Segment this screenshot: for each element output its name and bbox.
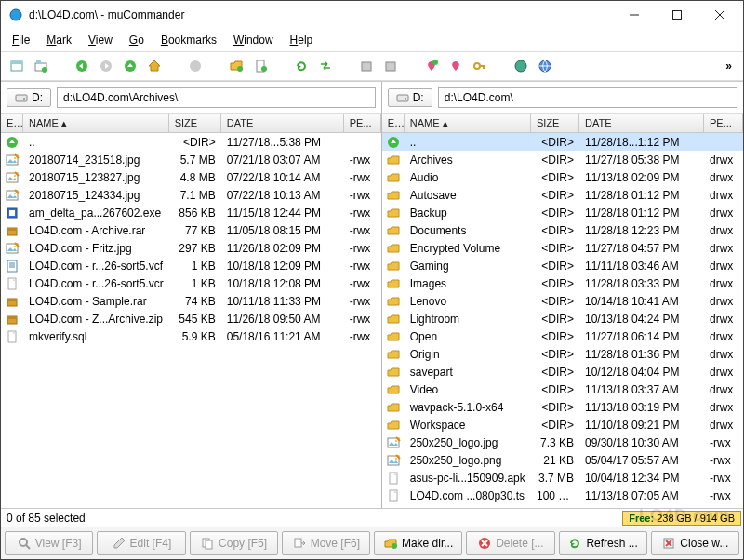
table-row[interactable]: Audio<DIR>11/13/18 02:09 PMdrwx: [382, 168, 743, 186]
new-tab-icon[interactable]: [31, 56, 51, 76]
table-row[interactable]: Encrypted Volume<DIR>11/27/18 04:57 PMdr…: [382, 239, 743, 257]
fn-move-button[interactable]: Move [F6]: [282, 531, 370, 555]
refresh-icon[interactable]: [291, 56, 312, 76]
remote-icon[interactable]: [511, 56, 531, 76]
left-header-1[interactable]: NAME ▴: [23, 114, 169, 132]
fn-delete-button[interactable]: Delete [...: [466, 531, 554, 555]
table-row[interactable]: 250x250_logo.png21 KB05/04/17 05:57 AM-r…: [382, 451, 743, 469]
table-row[interactable]: Autosave<DIR>11/28/18 01:12 PMdrwx: [382, 186, 743, 204]
maximize-button[interactable]: [656, 1, 698, 29]
right-path-input[interactable]: [438, 87, 737, 108]
menu-view[interactable]: View: [81, 31, 120, 49]
fn-mkdir-button[interactable]: Make dir...: [374, 531, 462, 555]
left-path-input[interactable]: [57, 87, 376, 108]
left-header-2[interactable]: SIZE: [169, 114, 221, 132]
new-folder-icon[interactable]: [226, 56, 246, 76]
table-row[interactable]: LO4D.com - r...26-sort5.vcf1 KB10/18/18 …: [1, 257, 381, 274]
fn-edit-button[interactable]: Edit [F4]: [97, 531, 185, 555]
swap-icon[interactable]: [315, 56, 336, 76]
go-forward-icon[interactable]: [96, 56, 116, 76]
table-row[interactable]: am_delta_pa...267602.exe856 KB11/15/18 1…: [1, 204, 381, 221]
table-row[interactable]: Open<DIR>11/27/18 06:14 PMdrwx: [382, 327, 743, 345]
table-row[interactable]: 20180715_123827.jpg4.8 MB07/22/18 10:14 …: [1, 168, 381, 186]
minimize-button[interactable]: [613, 1, 656, 29]
left-header-0[interactable]: E...: [1, 114, 23, 132]
table-row[interactable]: Documents<DIR>11/28/18 12:23 PMdrwx: [382, 221, 743, 239]
table-row[interactable]: 250x250_logo.jpg7.3 KB09/30/18 10:30 AM-…: [382, 433, 743, 451]
table-row[interactable]: LO4D.com - Z...Archive.zip545 KB11/26/18…: [1, 310, 381, 327]
bookmark-add-icon[interactable]: [421, 56, 442, 76]
stop-icon[interactable]: [185, 56, 206, 76]
file-size: 5.9 KB: [169, 330, 221, 343]
right-header-2[interactable]: SIZE: [531, 114, 579, 132]
left-header-4[interactable]: PE...: [344, 114, 381, 132]
table-row[interactable]: wavpack-5.1.0-x64<DIR>11/13/18 03:19 PMd…: [382, 398, 743, 416]
table-row[interactable]: Lightroom<DIR>10/13/18 04:24 PMdrwx: [382, 310, 743, 327]
table-row[interactable]: Video<DIR>11/13/18 03:37 AMdrwx: [382, 380, 743, 398]
file-date: 09/30/18 10:30 AM: [579, 436, 704, 449]
left-drive-button[interactable]: D:: [7, 88, 51, 107]
table-row[interactable]: savepart<DIR>10/12/18 04:04 PMdrwx: [382, 363, 743, 380]
file-perm: drwx: [704, 260, 743, 273]
table-row[interactable]: mkverify.sql5.9 KB05/18/16 11:21 AM-rwx: [1, 327, 381, 345]
right-header-3[interactable]: DATE: [579, 114, 704, 132]
new-window-icon[interactable]: [7, 56, 27, 76]
menu-mark[interactable]: Mark: [39, 31, 79, 49]
close-button[interactable]: [698, 1, 741, 29]
left-header-3[interactable]: DATE: [221, 114, 344, 132]
file-date: 11/13/18 07:05 AM: [579, 489, 704, 502]
menu-window[interactable]: Window: [226, 31, 281, 49]
table-row[interactable]: Gaming<DIR>11/11/18 03:46 AMdrwx: [382, 257, 743, 274]
go-back-icon[interactable]: [72, 56, 92, 76]
right-drive-button[interactable]: D:: [388, 88, 432, 107]
table-row[interactable]: 20180715_124334.jpg7.1 MB07/22/18 10:13 …: [1, 186, 381, 204]
file-type-icon: [382, 170, 405, 185]
fn-button-label: Delete [...: [496, 537, 543, 550]
left-file-list[interactable]: ..<DIR>11/27/18...5:38 PM20180714_231518…: [1, 133, 381, 508]
fn-close-button[interactable]: Close w...: [651, 531, 739, 555]
go-up-icon[interactable]: [120, 56, 140, 76]
table-row[interactable]: Lenovo<DIR>10/14/18 10:41 AMdrwx: [382, 292, 743, 310]
table-row[interactable]: 20180714_231518.jpg5.7 MB07/21/18 03:07 …: [1, 151, 381, 168]
menu-help[interactable]: Help: [283, 31, 321, 49]
bookmark-icon[interactable]: [445, 56, 466, 76]
table-row[interactable]: Backup<DIR>11/28/18 01:12 PMdrwx: [382, 204, 743, 221]
svg-rect-35: [9, 210, 15, 216]
file-type-icon: [382, 135, 405, 150]
table-row[interactable]: Images<DIR>11/28/18 03:33 PMdrwx: [382, 274, 743, 292]
table-row[interactable]: LO4D.com - Sample.rar74 KB10/11/18 11:33…: [1, 292, 381, 310]
toolbar-overflow[interactable]: »: [720, 60, 737, 73]
file-name: Open: [405, 330, 531, 343]
web-icon[interactable]: [535, 56, 555, 76]
table-row[interactable]: ..<DIR>11/28/18...1:12 PM: [382, 133, 743, 151]
file-perm: -rwx: [344, 171, 381, 184]
table-row[interactable]: ..<DIR>11/27/18...5:38 PM: [1, 133, 381, 151]
home-icon[interactable]: [144, 56, 165, 76]
table-row[interactable]: Archives<DIR>11/27/18 05:38 PMdrwx: [382, 151, 743, 168]
menu-bookmarks[interactable]: Bookmarks: [153, 31, 224, 49]
key-icon[interactable]: [470, 56, 490, 76]
fn-view-button[interactable]: View [F3]: [5, 531, 93, 555]
table-row[interactable]: LO4D.com - Fritz.jpg297 KB11/26/18 02:09…: [1, 239, 381, 257]
table-row[interactable]: LO4D.com - r...26-sort5.vcr1 KB10/18/18 …: [1, 274, 381, 292]
table-row[interactable]: asus-pc-li...150909.apk3.7 MB10/04/18 12…: [382, 469, 743, 487]
table-row[interactable]: Workspace<DIR>11/10/18 09:21 PMdrwx: [382, 416, 743, 433]
fn-button-label: Close w...: [680, 537, 728, 550]
right-header-4[interactable]: PE...: [704, 114, 743, 132]
table-row[interactable]: Origin<DIR>11/28/18 01:36 PMdrwx: [382, 345, 743, 363]
right-file-list[interactable]: ..<DIR>11/28/18...1:12 PMArchives<DIR>11…: [382, 133, 743, 508]
svg-point-51: [405, 98, 406, 100]
right-header-1[interactable]: NAME ▴: [405, 114, 531, 132]
menu-go[interactable]: Go: [122, 31, 152, 49]
fn-refresh-button[interactable]: Refresh ...: [559, 531, 647, 555]
file-name: Lightroom: [405, 313, 531, 326]
unarchive-icon[interactable]: [380, 56, 401, 76]
new-file-icon[interactable]: [250, 56, 271, 76]
table-row[interactable]: LO4D.com ...080p30.ts100 MB11/13/18 07:0…: [382, 487, 743, 504]
table-row[interactable]: LO4D.com - Archive.rar77 KB11/05/18 08:1…: [1, 221, 381, 239]
right-header-0[interactable]: E...: [382, 114, 405, 132]
fn-copy-button[interactable]: Copy [F5]: [190, 531, 278, 555]
menu-file[interactable]: File: [5, 31, 37, 49]
file-type-icon: [1, 312, 23, 327]
archive-icon[interactable]: [356, 56, 377, 76]
